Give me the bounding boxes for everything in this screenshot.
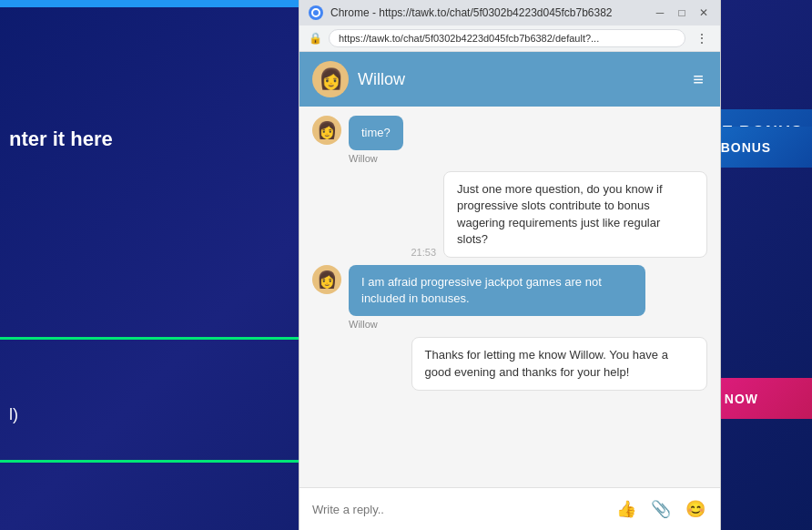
bracket-label: l) bbox=[9, 405, 18, 424]
window-controls: ─ □ ✕ bbox=[653, 5, 711, 20]
agent-msg-content: time? Willow bbox=[349, 116, 403, 164]
agent-bubble: time? bbox=[349, 116, 403, 150]
user-bubble-2: Thanks for letting me know Willow. You h… bbox=[411, 337, 708, 390]
message-row: 👩 time? Willow bbox=[312, 116, 707, 164]
agent-avatar: 👩 bbox=[312, 61, 349, 97]
agent-msg-text-2: I am afraid progressive jackpot games ar… bbox=[361, 275, 602, 305]
attach-button[interactable]: 📎 bbox=[649, 497, 673, 521]
browser-favicon bbox=[309, 5, 323, 20]
user-msg-text-1: Just one more question, do you know if p… bbox=[457, 182, 662, 246]
message-row-agent-2: 👩 I am afraid progressive jackpot games … bbox=[312, 265, 707, 330]
agent-msg-avatar: 👩 bbox=[312, 116, 341, 145]
agent-msg-sender-2: Willow bbox=[349, 319, 378, 330]
reply-input[interactable] bbox=[312, 503, 605, 516]
agent-msg-sender: Willow bbox=[349, 153, 378, 164]
green-accent-line-1 bbox=[0, 337, 300, 340]
favicon-inner bbox=[311, 8, 320, 17]
thumbs-up-button[interactable]: 👍 bbox=[614, 497, 638, 521]
reply-actions: 👍 📎 😊 bbox=[614, 497, 707, 521]
menu-button[interactable]: ≡ bbox=[689, 66, 707, 94]
minimize-button[interactable]: ─ bbox=[653, 5, 667, 20]
user-bubble-1: Just one more question, do you know if p… bbox=[443, 171, 707, 258]
chat-container: 👩 Willow ≡ 👩 time? Willow bbox=[299, 52, 720, 530]
agent-name: Willow bbox=[358, 70, 680, 89]
browser-window: Chrome - https://tawk.to/chat/5f0302b422… bbox=[299, 0, 721, 530]
close-button[interactable]: ✕ bbox=[696, 5, 711, 20]
agent-bubble-2: I am afraid progressive jackpot games ar… bbox=[349, 265, 645, 316]
message-timestamp: 21:53 bbox=[411, 247, 437, 258]
agent-msg-avatar-2: 👩 bbox=[312, 265, 341, 294]
top-bar-accent bbox=[0, 0, 300, 7]
emoji-button[interactable]: 😊 bbox=[684, 497, 707, 521]
reply-area: 👍 📎 😊 bbox=[299, 487, 720, 530]
browser-title: Chrome - https://tawk.to/chat/5f0302b422… bbox=[330, 6, 645, 19]
chat-header: 👩 Willow ≡ bbox=[299, 52, 720, 107]
enter-code-label: nter it here bbox=[0, 127, 113, 151]
maximize-button[interactable]: □ bbox=[675, 5, 689, 20]
user-message-row-1: 21:53 Just one more question, do you kno… bbox=[312, 171, 707, 258]
browser-titlebar: Chrome - https://tawk.to/chat/5f0302b422… bbox=[299, 0, 720, 25]
messages-area: 👩 time? Willow 21:53 Just one more quest… bbox=[299, 107, 720, 487]
avatar-emoji: 👩 bbox=[319, 67, 343, 91]
agent-msg-content-2: I am afraid progressive jackpot games ar… bbox=[349, 265, 645, 330]
address-input[interactable]: https://tawk.to/chat/5f0302b4223d045fcb7… bbox=[329, 29, 685, 47]
agent-msg-text: time? bbox=[361, 126, 391, 139]
share-button[interactable]: ⋮ bbox=[693, 29, 711, 47]
browser-chrome: Chrome - https://tawk.to/chat/5f0302b422… bbox=[299, 0, 720, 52]
address-bar: 🔒 https://tawk.to/chat/5f0302b4223d045fc… bbox=[299, 25, 720, 51]
user-msg-content-1: 21:53 Just one more question, do you kno… bbox=[411, 171, 708, 258]
lock-icon: 🔒 bbox=[309, 32, 321, 45]
user-message-row-2: Thanks for letting me know Willow. You h… bbox=[312, 337, 707, 390]
green-accent-line-2 bbox=[0, 460, 300, 463]
user-msg-content-2: Thanks for letting me know Willow. You h… bbox=[411, 337, 708, 390]
user-msg-text-2: Thanks for letting me know Willow. You h… bbox=[425, 348, 668, 378]
